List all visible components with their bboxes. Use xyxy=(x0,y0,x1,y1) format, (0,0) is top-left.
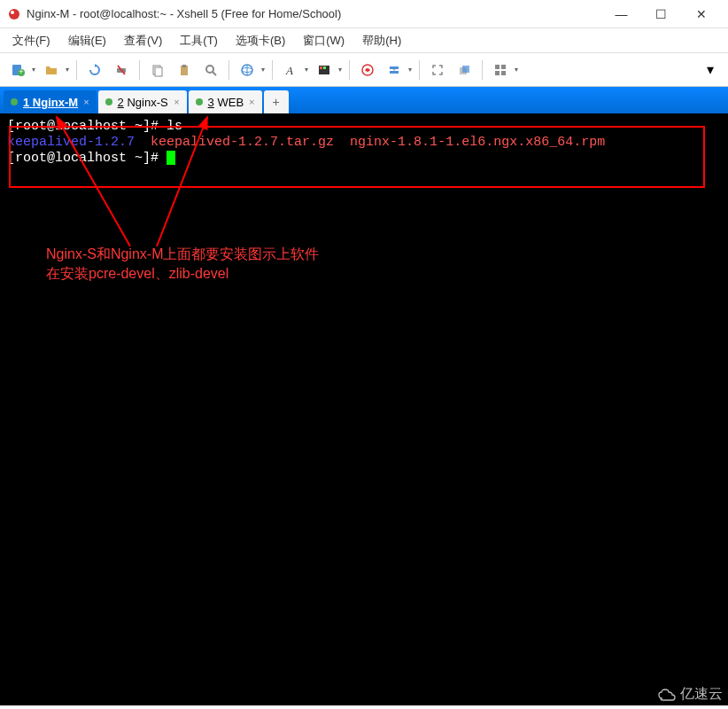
new-session-button[interactable]: + xyxy=(5,58,37,82)
open-session-button[interactable] xyxy=(39,58,71,82)
toolbar-separator xyxy=(482,60,483,80)
svg-rect-27 xyxy=(495,71,500,75)
xagent-button[interactable] xyxy=(355,58,380,82)
terminal-line: [root@localhost ~]# ls xyxy=(7,119,721,135)
properties-button[interactable] xyxy=(235,58,267,82)
menubar: 文件(F) 编辑(E) 查看(V) 工具(T) 选项卡(B) 窗口(W) 帮助(… xyxy=(0,28,728,53)
status-dot-icon xyxy=(11,98,18,105)
svg-point-11 xyxy=(206,66,213,73)
menu-file[interactable]: 文件(F) xyxy=(5,29,58,52)
file-name: keepalived-1.2.7.tar.gz xyxy=(151,135,334,150)
transparency-button[interactable] xyxy=(452,58,476,82)
terminal-pane[interactable]: [root@localhost ~]# ls keepalived-1.2.7 … xyxy=(0,113,728,705)
window-controls: — ☐ ✕ xyxy=(601,2,721,27)
watermark-text: 亿速云 xyxy=(680,685,723,704)
svg-text:A: A xyxy=(285,64,293,77)
svg-rect-18 xyxy=(320,66,322,69)
maximize-button[interactable]: ☐ xyxy=(641,2,681,27)
svg-point-1 xyxy=(11,11,14,14)
session-tabbar: 1 Nginx-M × 2 Nginx-S × 3 WEB × + xyxy=(0,87,728,113)
terminal-line: keepalived-1.2.7 keepalived-1.2.7.tar.gz… xyxy=(7,135,721,151)
menu-edit[interactable]: 编辑(E) xyxy=(61,29,113,52)
tab-nginx-m[interactable]: 1 Nginx-M × xyxy=(4,90,97,113)
close-button[interactable]: ✕ xyxy=(681,2,721,27)
menu-view[interactable]: 查看(V) xyxy=(117,29,169,52)
window-titlebar: Nginx-M - root@localhost:~ - Xshell 5 (F… xyxy=(0,0,728,28)
svg-rect-22 xyxy=(390,71,399,74)
toolbar-separator xyxy=(349,60,350,80)
tile-button[interactable] xyxy=(488,58,520,82)
cloud-icon xyxy=(657,688,677,702)
file-name: nginx-1.8.1-1.el6.ngx.x86_64.rpm xyxy=(350,135,605,150)
svg-rect-28 xyxy=(501,71,506,75)
toolbar: + A ▾ xyxy=(0,53,728,87)
xftp-button[interactable] xyxy=(382,58,414,82)
reconnect-button[interactable] xyxy=(82,58,107,82)
toolbar-separator xyxy=(228,60,229,80)
svg-rect-21 xyxy=(390,66,399,69)
svg-line-12 xyxy=(213,72,216,75)
window-title: Nginx-M - root@localhost:~ - Xshell 5 (F… xyxy=(27,7,601,20)
status-dot-icon xyxy=(105,98,112,105)
toolbar-separator xyxy=(272,60,273,80)
find-button[interactable] xyxy=(198,58,223,82)
app-icon xyxy=(7,7,21,21)
paste-button[interactable] xyxy=(172,58,197,82)
fullscreen-button[interactable] xyxy=(425,58,450,82)
menu-window[interactable]: 窗口(W) xyxy=(296,29,352,52)
menu-tabs[interactable]: 选项卡(B) xyxy=(228,29,292,52)
color-scheme-button[interactable] xyxy=(312,58,344,82)
toolbar-separator xyxy=(419,60,420,80)
toolbar-separator xyxy=(139,60,140,80)
disconnect-button[interactable] xyxy=(109,58,134,82)
toolbar-separator xyxy=(76,60,77,80)
svg-rect-25 xyxy=(495,65,500,69)
tab-label: 3 WEB xyxy=(208,96,244,109)
tab-web[interactable]: 3 WEB × xyxy=(189,90,262,113)
tab-nginx-s[interactable]: 2 Nginx-S × xyxy=(98,90,187,113)
command-text: ls xyxy=(167,119,182,134)
tab-close-icon[interactable]: × xyxy=(83,97,89,107)
prompt: [root@localhost ~]# xyxy=(7,151,167,166)
tab-add-button[interactable]: + xyxy=(264,90,289,113)
terminal-line: [root@localhost ~]# xyxy=(7,151,721,167)
tab-label: 2 Nginx-S xyxy=(118,96,169,109)
svg-rect-24 xyxy=(462,66,469,73)
menu-help[interactable]: 帮助(H) xyxy=(355,29,408,52)
svg-rect-10 xyxy=(182,65,186,67)
directory-name: keepalived-1.2.7 xyxy=(7,135,135,150)
svg-point-0 xyxy=(9,9,19,19)
svg-text:+: + xyxy=(19,67,23,76)
toolbar-overflow-button[interactable]: ▾ xyxy=(698,58,723,82)
font-button[interactable]: A xyxy=(278,58,310,82)
tab-close-icon[interactable]: × xyxy=(174,97,179,107)
svg-rect-8 xyxy=(155,67,162,76)
cursor-icon xyxy=(167,151,175,165)
copy-button[interactable] xyxy=(145,58,170,82)
svg-rect-26 xyxy=(501,65,506,69)
tab-label: 1 Nginx-M xyxy=(23,96,78,109)
status-dot-icon xyxy=(196,98,203,105)
menu-tools[interactable]: 工具(T) xyxy=(173,29,225,52)
prompt: [root@localhost ~]# xyxy=(7,119,167,134)
minimize-button[interactable]: — xyxy=(601,2,641,27)
svg-rect-19 xyxy=(323,66,326,69)
watermark: 亿速云 xyxy=(657,685,723,704)
tab-close-icon[interactable]: × xyxy=(249,97,254,107)
